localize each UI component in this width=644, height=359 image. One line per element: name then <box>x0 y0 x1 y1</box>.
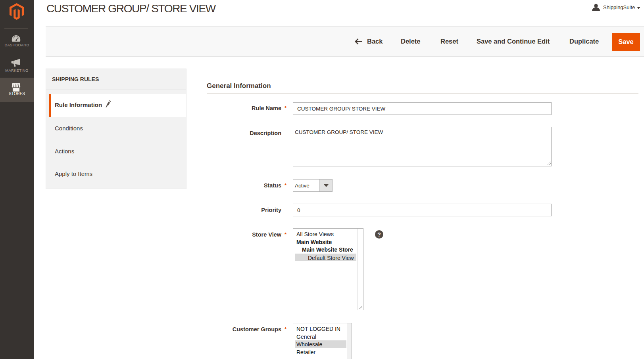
svg-text:?: ? <box>377 231 381 238</box>
